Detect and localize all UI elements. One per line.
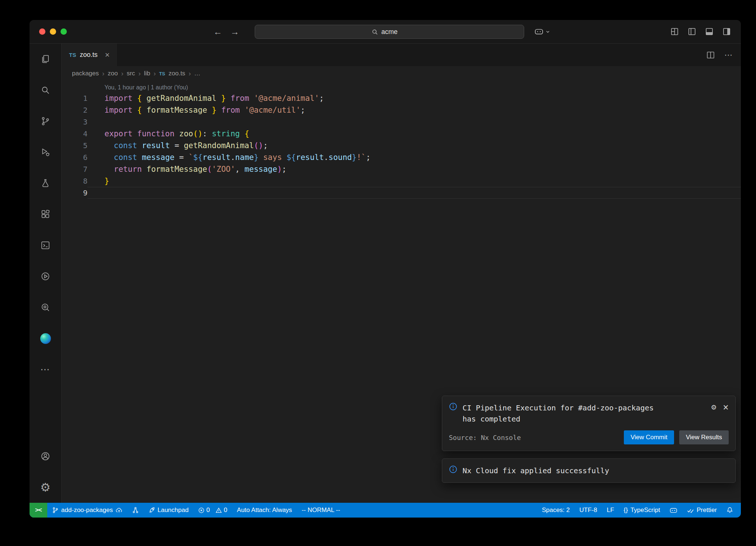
code-line[interactable]: 6 const message = `${result.name} says $… (62, 151, 741, 163)
code-line-text: import { formatMessage } from '@acme/uti… (87, 104, 741, 116)
command-center-search[interactable] (255, 25, 524, 39)
breadcrumb: packages › zoo › src › lib › TS zoo.ts ›… (62, 66, 741, 81)
code-line[interactable]: 3 (62, 116, 741, 128)
search-input[interactable] (381, 28, 407, 36)
copilot-status-item[interactable] (665, 503, 682, 518)
code-line[interactable]: 4export function zoo(): string { (62, 128, 741, 140)
breadcrumb-item[interactable]: lib (144, 70, 150, 77)
chevron-down-icon (545, 29, 550, 34)
toggle-primary-sidebar-icon[interactable] (688, 28, 696, 35)
accounts-icon[interactable] (30, 441, 61, 472)
nx-console-icon[interactable] (30, 230, 61, 261)
error-count: 0 (206, 506, 210, 514)
settings-gear-icon[interactable]: ⚙ (30, 472, 61, 503)
code-line[interactable]: 1import { getRandomAnimal } from '@acme/… (62, 92, 741, 104)
vim-mode-label: -- NORMAL -- (302, 506, 340, 514)
line-number: 7 (62, 163, 87, 175)
breadcrumb-item[interactable]: packages (72, 70, 99, 77)
breadcrumb-item-symbol[interactable]: … (194, 70, 200, 77)
split-editor-icon[interactable] (707, 51, 715, 59)
remote-indicator[interactable]: >< (30, 503, 47, 518)
view-commit-button[interactable]: View Commit (624, 430, 674, 444)
customize-layout-icon[interactable] (671, 28, 678, 35)
eol-status-item[interactable]: LF (602, 503, 619, 518)
code-editor[interactable]: You, 1 hour ago | 1 author (You) 1import… (62, 81, 741, 503)
run-and-debug-icon[interactable] (30, 137, 61, 168)
warning-count: 0 (224, 506, 227, 514)
edge-browser-icon[interactable] (30, 323, 61, 354)
explorer-icon[interactable] (30, 44, 61, 75)
notification-toast: CI Pipeline Execution for #add-zoo-packa… (442, 396, 736, 451)
source-control-icon[interactable] (30, 106, 61, 137)
braces-icon: {} (624, 506, 628, 514)
encoding-status-item[interactable]: UTF-8 (575, 503, 602, 518)
source-control-graph-status-item[interactable] (127, 503, 144, 518)
info-icon (449, 402, 457, 411)
toggle-panel-icon[interactable] (705, 28, 713, 35)
code-line-text: export function zoo(): string { (87, 128, 741, 140)
info-icon (449, 465, 457, 474)
auto-attach-label: Auto Attach: Always (237, 506, 292, 514)
close-window-button[interactable] (39, 28, 45, 35)
breadcrumb-item[interactable]: src (127, 70, 135, 77)
chevron-right-icon: › (121, 70, 123, 78)
double-check-icon (687, 507, 694, 513)
status-bar: >< add-zoo-packages (30, 503, 741, 518)
extensions-icon[interactable] (30, 199, 61, 230)
notification-close-icon[interactable]: × (723, 402, 729, 412)
problems-status-item[interactable]: 0 0 (193, 503, 232, 518)
testing-icon[interactable] (30, 168, 61, 199)
line-number: 1 (62, 92, 87, 104)
line-number: 5 (62, 140, 87, 151)
chevron-right-icon: › (154, 70, 156, 78)
debug-visualizer-icon[interactable] (30, 292, 61, 323)
code-line[interactable]: 7 return formatMessage('ZOO', message); (62, 163, 741, 175)
indentation-label: Spaces: 2 (542, 506, 570, 514)
additional-views-icon[interactable]: ⋯ (30, 354, 61, 385)
indentation-status-item[interactable]: Spaces: 2 (537, 503, 575, 518)
vim-mode-status-item[interactable]: -- NORMAL -- (297, 503, 345, 518)
chevron-right-icon: › (138, 70, 141, 78)
code-line-text: import { getRandomAnimal } from '@acme/a… (87, 92, 741, 104)
copilot-icon (535, 28, 543, 35)
code-line[interactable]: 2import { formatMessage } from '@acme/ut… (62, 104, 741, 116)
auto-attach-status-item[interactable]: Auto Attach: Always (232, 503, 297, 518)
minimize-window-button[interactable] (50, 28, 56, 35)
code-line[interactable]: 8} (62, 175, 741, 187)
line-number: 3 (62, 116, 87, 128)
code-line-text: const result = getRandomAnimal(); (87, 140, 741, 151)
error-icon (198, 507, 205, 513)
eol-label: LF (607, 506, 614, 514)
code-line[interactable]: 5 const result = getRandomAnimal(); (62, 140, 741, 151)
tab-zoo-ts[interactable]: TS zoo.ts × (62, 44, 117, 66)
line-number: 2 (62, 104, 87, 116)
breadcrumb-item-file[interactable]: zoo.ts (169, 70, 185, 77)
rocket-icon (148, 507, 155, 513)
notifications-bell-status-item[interactable] (722, 503, 738, 518)
formatter-status-item[interactable]: Prettier (682, 503, 722, 518)
branch-status-item[interactable]: add-zoo-packages (47, 503, 127, 518)
launchpad-status-item[interactable]: Launchpad (144, 503, 193, 518)
language-mode-status-item[interactable]: {} TypeScript (619, 503, 665, 518)
play-circle-icon[interactable] (30, 261, 61, 292)
notification-settings-gear-icon[interactable]: ⚙ (711, 403, 716, 411)
history-back-button[interactable]: ← (213, 27, 222, 37)
code-line-text: const message = `${result.name} says ${r… (87, 151, 741, 163)
code-line[interactable]: 9 (62, 187, 741, 199)
view-results-button[interactable]: View Results (679, 430, 729, 444)
toggle-secondary-sidebar-icon[interactable] (723, 28, 731, 35)
breadcrumb-item[interactable]: zoo (108, 70, 118, 77)
chevron-right-icon: › (102, 70, 104, 78)
typescript-file-icon: TS (69, 52, 76, 58)
history-forward-button[interactable]: → (230, 27, 239, 37)
more-actions-icon[interactable]: ⋯ (724, 50, 733, 60)
search-view-icon[interactable] (30, 75, 61, 106)
search-icon (372, 29, 378, 35)
copilot-menu-button[interactable] (535, 20, 550, 43)
formatter-label: Prettier (697, 506, 717, 514)
title-bar: ← → (30, 20, 741, 44)
close-tab-icon[interactable]: × (105, 51, 110, 59)
tab-label: zoo.ts (80, 51, 97, 59)
line-number: 6 (62, 151, 87, 163)
zoom-window-button[interactable] (61, 28, 67, 35)
